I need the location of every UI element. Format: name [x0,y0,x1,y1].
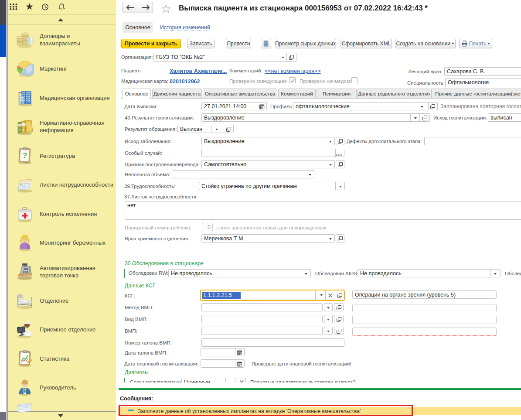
svg-text:?: ? [22,151,27,160]
